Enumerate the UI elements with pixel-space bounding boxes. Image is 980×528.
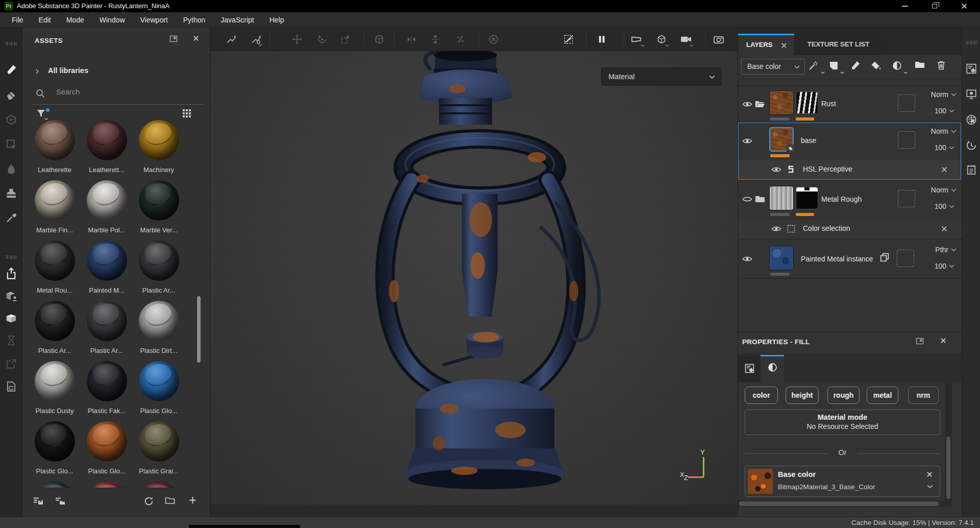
layer-thumbnail[interactable] [769,127,794,152]
eraser-tool[interactable] [6,90,16,100]
asset-material[interactable]: Marble Pol... [81,180,133,241]
lazy-mouse-off-icon[interactable] [564,34,574,44]
tab-properties-list[interactable] [738,356,761,382]
asset-material[interactable]: Plastic Glo... [133,361,185,421]
channel-rough-button[interactable]: rough [827,387,860,404]
layer-row-metal-rough[interactable]: Metal Rough Norm 100 [738,180,962,218]
material-picker-tool[interactable] [6,213,16,224]
minimize-button[interactable] [893,0,917,12]
close-panel-icon[interactable] [940,338,946,344]
grid-view-icon[interactable] [183,109,191,117]
library-breadcrumb-row[interactable]: All libraries [22,65,210,79]
log-icon[interactable] [967,164,976,175]
maximize-button[interactable] [923,0,946,12]
remove-effect-icon[interactable] [941,166,946,172]
menu-python[interactable]: Python [176,12,213,28]
layer-row-painted-metal-instance[interactable]: Painted Metal instance Pthr 100 [738,239,962,278]
asset-material[interactable]: Marble Fin... [29,180,81,241]
viewport-3d[interactable]: Material Y X Z [210,51,738,505]
layer-thumbnail[interactable] [769,90,794,115]
menu-window[interactable]: Window [92,12,133,28]
blend-mode-dropdown[interactable]: Pthr [935,246,948,254]
screenshot-icon[interactable] [714,35,724,43]
save-shelf-icon[interactable] [33,496,43,506]
asset-material[interactable] [133,482,185,488]
asset-material[interactable]: Leatherett... [81,120,133,180]
close-panel-icon[interactable] [193,35,199,41]
channel-nrm-button[interactable]: nrm [908,387,939,404]
blend-mode-dropdown[interactable]: Norm [931,90,948,99]
display-settings-icon[interactable] [966,63,976,74]
add-asset-icon[interactable] [189,496,197,504]
channel-filter-dropdown[interactable]: Base color [741,59,805,75]
channel-metal-button[interactable]: metal [867,387,898,404]
asset-material[interactable]: Plastic Dusty [29,361,81,421]
asset-material[interactable]: Metal Rou... [29,241,81,301]
layer-thumbnail[interactable] [769,186,794,210]
tab-texture-set-list[interactable]: TEXTURE SET LIST [794,34,883,55]
tab-layers[interactable]: LAYERS [738,34,794,55]
anchor-slot[interactable] [898,131,915,149]
open-folder-icon[interactable] [165,496,175,505]
float-panel-icon[interactable] [169,35,178,42]
share-project-icon[interactable] [5,291,17,302]
anchor-slot[interactable] [898,190,915,207]
export-textures-icon[interactable] [6,268,17,280]
add-smart-material-icon[interactable] [829,61,839,70]
stroke-path-options-icon[interactable] [251,34,261,44]
filter-funnel-icon[interactable] [37,109,46,118]
opacity-dropdown[interactable]: 100 [935,143,946,152]
asset-material[interactable]: Machinery [133,120,185,180]
menu-help[interactable]: Help [262,12,292,28]
refresh-icon[interactable] [144,496,154,506]
channel-height-button[interactable]: height [786,387,819,404]
projection-tool[interactable] [6,114,16,125]
blend-mode-dropdown[interactable]: Norm [931,186,948,194]
asset-material[interactable]: Plastic Glo... [29,421,81,482]
base-color-resource-card[interactable]: Base color Bitmap2Material_3_Base_Color [745,466,940,497]
close-window-button[interactable] [952,0,976,12]
menu-file[interactable]: File [4,12,31,28]
view-3d-icon[interactable] [657,34,666,44]
polygon-fill-tool[interactable] [6,139,16,150]
shelf-folder-icon[interactable] [55,496,65,506]
mask-thumbnail[interactable] [796,91,818,114]
scrollbar[interactable] [946,437,950,499]
visibility-icon[interactable] [771,225,781,232]
layer-row-rust[interactable]: Rust Norm 100 [738,86,962,122]
asset-material[interactable] [81,482,133,488]
stroke-path-icon[interactable] [226,34,236,44]
search-input[interactable] [56,88,194,96]
remove-effect-icon[interactable] [941,226,946,231]
drag-handle[interactable] [5,255,17,259]
asset-material[interactable]: Leatherette [29,120,81,180]
visibility-icon[interactable] [742,255,752,262]
menu-edit[interactable]: Edit [31,12,59,28]
resources-updater-icon[interactable] [6,381,16,392]
asset-material[interactable] [29,482,81,488]
lantern-model[interactable] [357,51,643,505]
effect-row-color-selection[interactable]: Color selection [738,220,962,238]
effect-row-hsl-perceptive[interactable]: HSL Perceptive [738,160,962,179]
visibility-icon[interactable] [742,137,752,145]
add-effect-icon[interactable] [808,61,818,70]
menu-viewport[interactable]: Viewport [133,12,176,28]
asset-material[interactable]: Painted M... [81,241,133,301]
anchor-slot[interactable] [898,94,915,112]
anchor-slot[interactable] [897,250,914,267]
visibility-off-icon[interactable] [742,196,752,203]
mask-thumbnail[interactable] [796,187,818,209]
channel-color-button[interactable]: color [745,387,778,404]
clone-stamp-tool[interactable] [6,188,16,199]
add-fill-layer-icon[interactable] [871,61,881,70]
history-icon[interactable] [966,140,976,151]
asset-material[interactable]: Plastic Ar... [29,301,81,361]
opacity-dropdown[interactable]: 100 [935,262,946,270]
assets-box-icon[interactable] [5,314,17,323]
shading-mode-dropdown[interactable]: Material [601,67,722,86]
visibility-icon[interactable] [742,101,752,108]
asset-material[interactable]: Plastic Dirt... [133,301,185,361]
camera-view-icon[interactable] [680,35,692,43]
perspective-view-icon[interactable] [631,35,643,43]
asset-material[interactable]: Plastic Glo... [81,421,133,482]
